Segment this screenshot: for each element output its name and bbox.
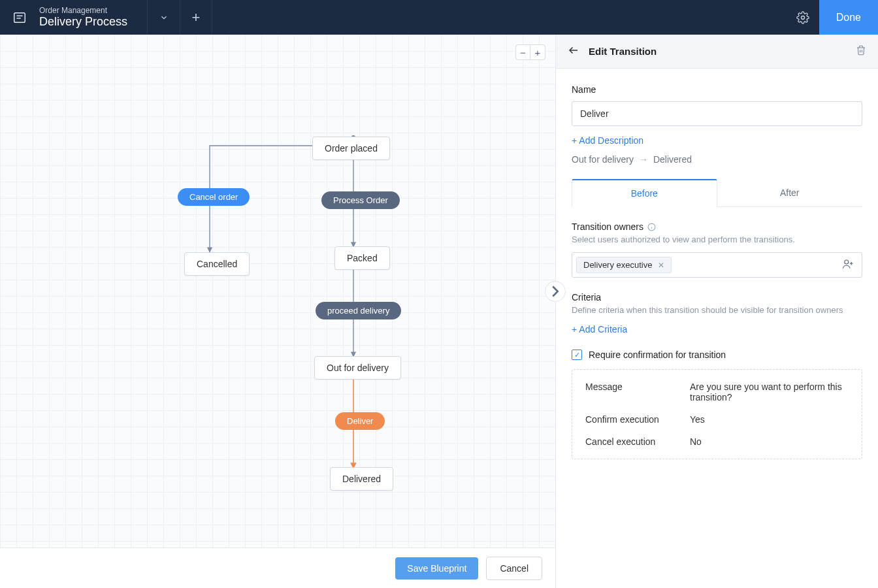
app-logo-icon (0, 10, 39, 25)
save-blueprint-button[interactable]: Save Blueprint (395, 557, 478, 580)
transition-deliver[interactable]: Deliver (335, 412, 385, 430)
message-value: Are you sure you want to perform this tr… (690, 382, 849, 402)
header-dropdown-button[interactable] (147, 0, 180, 35)
app-header: Order Management Delivery Process + Done (0, 0, 878, 35)
panel-tabs: Before After (572, 179, 862, 207)
cancel-exec-key: Cancel execution (585, 436, 690, 447)
zoom-in-button[interactable]: + (530, 45, 545, 59)
transition-owners-section: Transition owners Select users authorize… (572, 221, 862, 278)
owners-sublabel: Select users authorized to view and perf… (572, 235, 862, 244)
add-description-link[interactable]: + Add Description (572, 135, 643, 146)
arrow-left-icon (568, 44, 579, 56)
transition-name-input[interactable] (572, 101, 862, 126)
panel-title: Edit Transition (589, 46, 847, 57)
zoom-controls: − + (515, 44, 545, 60)
node-delivered[interactable]: Delivered (330, 467, 393, 491)
svg-point-9 (845, 260, 849, 264)
tab-before[interactable]: Before (572, 179, 717, 207)
gear-icon (796, 11, 809, 24)
confirmation-box: Message Are you sure you want to perform… (572, 369, 862, 459)
confirmation-checkbox-row[interactable]: ✓ Require confirmation for transition (572, 350, 862, 360)
panel-delete-button[interactable] (856, 45, 866, 58)
to-state: Delivered (653, 154, 692, 165)
transition-process-order[interactable]: Process Order (321, 191, 400, 209)
confirm-exec-value: Yes (690, 414, 849, 425)
confirm-exec-key: Confirm execution (585, 414, 690, 425)
header-subtitle: Order Management (39, 6, 127, 15)
panel-header: Edit Transition (556, 35, 878, 69)
message-key: Message (585, 382, 690, 402)
arrow-icon: → (639, 154, 648, 165)
add-owner-button[interactable] (842, 258, 858, 272)
edges-svg (0, 35, 555, 547)
canvas-footer: Save Blueprint Cancel (0, 547, 555, 588)
confirmation-label: Require confirmation for transition (589, 350, 726, 360)
header-add-button[interactable]: + (180, 0, 212, 35)
canvas-area: − + Order placed Cancel order (0, 35, 555, 588)
node-packed[interactable]: Packed (334, 246, 390, 270)
from-state: Out for delivery (572, 154, 634, 165)
svg-point-3 (801, 16, 804, 19)
edit-transition-panel: Edit Transition Name + Add Description O… (555, 35, 878, 588)
chevron-right-icon (545, 282, 565, 301)
node-out-for-delivery[interactable]: Out for delivery (314, 356, 401, 380)
transition-cancel-order[interactable]: Cancel order (178, 188, 250, 206)
criteria-sublabel: Define criteria when this transition sho… (572, 305, 862, 315)
transition-flow: Out for delivery → Delivered (572, 154, 862, 165)
zoom-out-button[interactable]: − (516, 45, 530, 59)
node-cancelled[interactable]: Cancelled (184, 252, 250, 276)
panel-collapse-toggle[interactable] (545, 281, 566, 302)
blueprint-canvas[interactable]: − + Order placed Cancel order (0, 35, 555, 547)
svg-rect-0 (14, 12, 25, 22)
header-title-block: Order Management Delivery Process (39, 6, 147, 29)
info-icon[interactable] (647, 223, 656, 231)
criteria-label: Criteria (572, 292, 862, 302)
add-criteria-link[interactable]: + Add Criteria (572, 324, 627, 335)
criteria-section: Criteria Define criteria when this trans… (572, 292, 862, 335)
owners-label: Transition owners (572, 221, 862, 232)
confirmation-checkbox[interactable]: ✓ (572, 350, 582, 360)
panel-back-button[interactable] (568, 44, 579, 59)
cancel-blueprint-button[interactable]: Cancel (486, 557, 542, 580)
trash-icon (856, 45, 866, 56)
header-title: Delivery Process (39, 15, 127, 29)
tab-after[interactable]: After (717, 179, 863, 206)
settings-button[interactable] (787, 0, 819, 35)
user-plus-icon (842, 258, 854, 270)
owners-input[interactable]: Delivery executive ✕ (572, 252, 862, 278)
transition-proceed-delivery[interactable]: proceed delivery (316, 302, 401, 319)
node-order-placed[interactable]: Order placed (312, 137, 390, 160)
done-button[interactable]: Done (819, 0, 878, 35)
chip-remove-button[interactable]: ✕ (658, 261, 664, 270)
owner-chip: Delivery executive ✕ (576, 257, 672, 273)
name-label: Name (572, 84, 862, 95)
cancel-exec-value: No (690, 436, 849, 447)
